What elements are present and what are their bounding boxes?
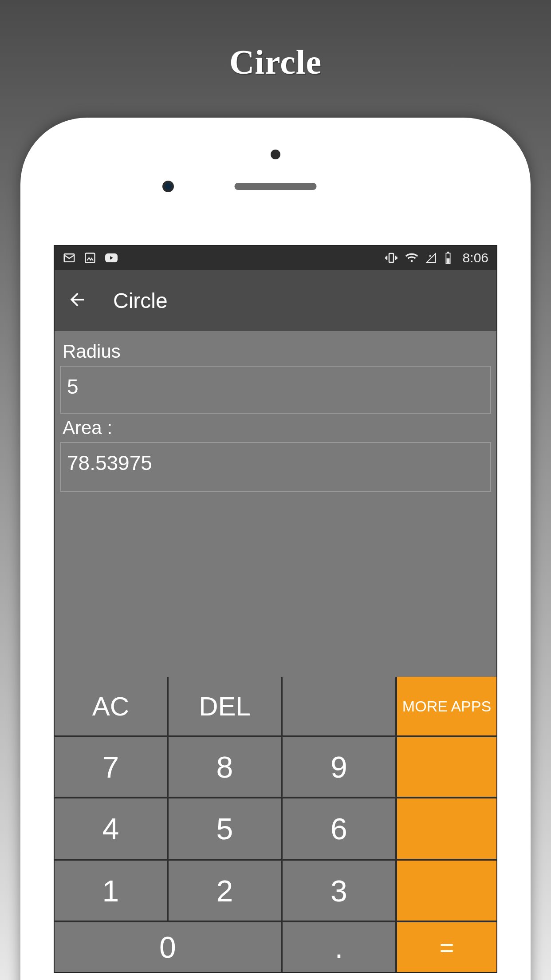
battery-icon	[444, 252, 452, 264]
back-button[interactable]	[67, 289, 87, 312]
key-6[interactable]: 6	[283, 798, 395, 859]
area-output: 78.53975	[60, 442, 491, 492]
key-5[interactable]: 5	[169, 798, 281, 859]
svg-rect-6	[447, 252, 449, 253]
key-3[interactable]: 3	[283, 861, 395, 921]
phone-camera	[162, 181, 174, 192]
op-key-2[interactable]	[397, 798, 496, 859]
op-key-1[interactable]	[397, 737, 496, 797]
key-1[interactable]: 1	[55, 861, 167, 921]
fields: Radius 5 Area : 78.53975	[55, 331, 496, 502]
key-8[interactable]: 8	[169, 737, 281, 797]
status-time: 8:06	[463, 250, 488, 265]
wifi-icon	[405, 253, 418, 263]
phone-frame: × 8:06 Circle Radius 5 Area : 78.53975	[20, 118, 531, 980]
screen-title: Circle	[113, 288, 168, 313]
status-bar: × 8:06	[55, 246, 496, 270]
svg-rect-3	[389, 253, 394, 262]
svg-rect-7	[446, 258, 449, 263]
ac-button[interactable]: AC	[55, 677, 167, 735]
screen: × 8:06 Circle Radius 5 Area : 78.53975	[54, 245, 497, 973]
del-button[interactable]: DEL	[169, 677, 281, 735]
key-dot[interactable]: .	[283, 922, 395, 972]
phone-speaker	[235, 183, 317, 190]
key-7[interactable]: 7	[55, 737, 167, 797]
area-label: Area :	[63, 417, 491, 439]
mail-icon	[63, 251, 76, 265]
more-apps-button[interactable]: MORE APPS	[397, 677, 496, 735]
radius-label: Radius	[63, 341, 491, 362]
arrow-left-icon	[67, 289, 87, 312]
page-title: Circle	[0, 0, 551, 82]
keypad: AC DEL MORE APPS 7 8 9 4 5 6 1 2 3 0 . =	[55, 677, 496, 972]
key-2[interactable]: 2	[169, 861, 281, 921]
empty-key	[283, 677, 395, 735]
status-left	[63, 251, 118, 265]
equals-button[interactable]: =	[397, 922, 496, 972]
key-4[interactable]: 4	[55, 798, 167, 859]
key-0[interactable]: 0	[55, 922, 281, 972]
signal-icon: ×	[425, 253, 437, 263]
action-bar: Circle	[55, 270, 496, 331]
photo-icon	[84, 252, 96, 264]
vibrate-icon	[385, 251, 398, 265]
svg-rect-1	[86, 253, 95, 263]
status-right: × 8:06	[385, 250, 488, 265]
youtube-icon	[104, 253, 118, 263]
radius-input[interactable]: 5	[60, 366, 491, 414]
svg-text:×: ×	[429, 253, 432, 259]
op-key-3[interactable]	[397, 861, 496, 921]
key-9[interactable]: 9	[283, 737, 395, 797]
